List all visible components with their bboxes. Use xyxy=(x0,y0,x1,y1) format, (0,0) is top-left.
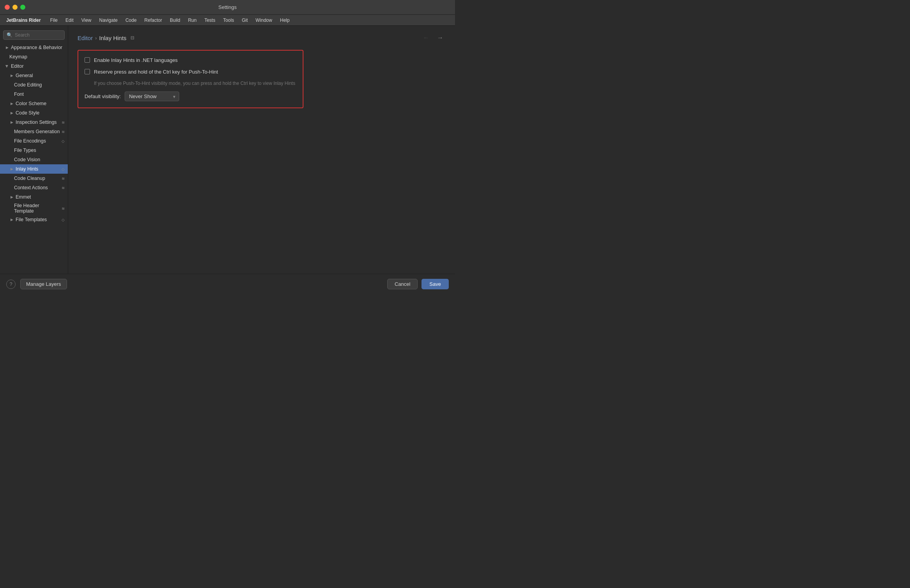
breadcrumb-icon: ⊟ xyxy=(131,35,134,40)
sidebar-item-members-generation[interactable]: Members Generation ≋ xyxy=(0,127,68,136)
chevron-right-icon: ▶ xyxy=(9,217,14,222)
manage-layers-button[interactable]: Manage Layers xyxy=(20,279,67,289)
search-input[interactable] xyxy=(15,32,61,38)
menu-item-help[interactable]: Help xyxy=(277,17,293,24)
breadcrumb-separator: › xyxy=(95,35,97,41)
chevron-right-icon: ▶ xyxy=(9,111,14,115)
enable-inlay-hints-checkbox[interactable] xyxy=(85,57,90,63)
chevron-right-icon: ▶ xyxy=(5,45,9,50)
back-button[interactable]: ← xyxy=(421,33,432,42)
sidebar-item-label: Inspection Settings xyxy=(16,120,60,125)
sidebar-item-label: Code Vision xyxy=(14,157,65,162)
menu-item-window[interactable]: Window xyxy=(252,17,275,24)
menu-item-code[interactable]: Code xyxy=(122,17,140,24)
menu-item-file[interactable]: File xyxy=(47,17,61,24)
main-container: 🔍 ▶ Appearance & Behavior Keymap ▶ Edito… xyxy=(0,26,455,294)
bottom-bar: ? Manage Layers Cancel Save xyxy=(0,274,455,294)
sidebar-item-label: Code Cleanup xyxy=(14,176,60,181)
sidebar-item-file-header-template[interactable]: File Header Template ≋ xyxy=(0,202,68,215)
menu-item-run[interactable]: Run xyxy=(185,17,200,24)
sidebar-item-label: Code Style xyxy=(16,110,65,116)
sidebar: 🔍 ▶ Appearance & Behavior Keymap ▶ Edito… xyxy=(0,26,68,274)
enable-inlay-hints-row: Enable Inlay Hints in .NET languages xyxy=(85,57,296,64)
sidebar-item-label: File Header Template xyxy=(14,203,60,214)
menu-item-view[interactable]: View xyxy=(78,17,95,24)
bottom-bar-actions: Cancel Save xyxy=(387,279,449,289)
sidebar-item-file-templates[interactable]: ▶ File Templates ◇ xyxy=(0,215,68,224)
chevron-down-icon: ▶ xyxy=(5,64,9,69)
search-icon: 🔍 xyxy=(7,32,12,38)
close-button[interactable] xyxy=(5,5,10,10)
sidebar-item-label: Members Generation xyxy=(14,129,60,134)
sidebar-item-context-actions[interactable]: Context Actions ≋ xyxy=(0,183,68,192)
layers-icon: ≋ xyxy=(62,130,65,134)
sidebar-item-font[interactable]: Font xyxy=(0,90,68,99)
sidebar-item-label: File Types xyxy=(14,148,65,153)
titlebar: Settings xyxy=(0,0,455,15)
layers-icon: ≋ xyxy=(62,206,65,211)
search-box[interactable]: 🔍 xyxy=(3,30,65,40)
menu-item-git[interactable]: Git xyxy=(239,17,251,24)
sidebar-item-label: Context Actions xyxy=(14,185,60,190)
sidebar-item-label: Editor xyxy=(11,63,65,69)
chevron-right-icon: ▶ xyxy=(9,195,14,199)
sidebar-item-file-encodings[interactable]: File Encodings ◇ xyxy=(0,136,68,146)
reserve-ctrl-row: Reserve press and hold of the Ctrl key f… xyxy=(85,69,296,76)
sidebar-item-file-types[interactable]: File Types xyxy=(0,146,68,155)
default-visibility-row: Default visibility: Never Show Always Sh… xyxy=(85,92,296,101)
sidebar-item-keymap[interactable]: Keymap xyxy=(0,52,68,62)
menu-item-navigate[interactable]: Navigate xyxy=(96,17,121,24)
menu-item-refactor[interactable]: Refactor xyxy=(141,17,165,24)
diamond-icon: ◇ xyxy=(62,167,65,171)
sidebar-item-emmet[interactable]: ▶ Emmet xyxy=(0,192,68,202)
chevron-right-icon: ▶ xyxy=(9,167,14,171)
menubar: JetBrains Rider File Edit View Navigate … xyxy=(0,15,455,26)
sidebar-item-label: File Encodings xyxy=(14,138,60,144)
chevron-right-icon: ▶ xyxy=(9,120,14,125)
sidebar-item-editor[interactable]: ▶ Editor xyxy=(0,62,68,71)
diamond-icon: ◇ xyxy=(62,139,65,143)
main-content: Editor › Inlay Hints ⊟ ← → Enable Inlay … xyxy=(68,26,455,274)
enable-inlay-hints-label: Enable Inlay Hints in .NET languages xyxy=(94,57,178,64)
minimize-button[interactable] xyxy=(12,5,18,10)
sidebar-item-inlay-hints[interactable]: ▶ Inlay Hints ◇ xyxy=(0,164,68,174)
help-button[interactable]: ? xyxy=(6,280,16,289)
menu-item-edit[interactable]: Edit xyxy=(62,17,77,24)
layers-icon: ≋ xyxy=(62,186,65,190)
reserve-ctrl-label: Reserve press and hold of the Ctrl key f… xyxy=(94,69,218,76)
sidebar-item-label: Code Editing xyxy=(14,82,65,88)
sidebar-item-code-cleanup[interactable]: Code Cleanup ≋ xyxy=(0,174,68,183)
cancel-button[interactable]: Cancel xyxy=(387,279,418,289)
sidebar-item-color-scheme[interactable]: ▶ Color Scheme xyxy=(0,99,68,108)
save-button[interactable]: Save xyxy=(421,279,449,289)
settings-panel: Enable Inlay Hints in .NET languages Res… xyxy=(78,50,303,108)
menu-item-brand[interactable]: JetBrains Rider xyxy=(3,17,44,24)
visibility-select[interactable]: Never Show Always Show Push-To-Hint xyxy=(125,92,179,101)
forward-button[interactable]: → xyxy=(435,33,446,42)
sidebar-item-label: Appearance & Behavior xyxy=(11,45,65,50)
sidebar-item-inspection-settings[interactable]: ▶ Inspection Settings ≋ xyxy=(0,118,68,127)
sidebar-item-appearance[interactable]: ▶ Appearance & Behavior xyxy=(0,43,68,52)
default-visibility-label: Default visibility: xyxy=(85,93,121,99)
sidebar-item-code-style[interactable]: ▶ Code Style xyxy=(0,108,68,118)
sidebar-item-code-editing[interactable]: Code Editing xyxy=(0,80,68,90)
diamond-icon: ◇ xyxy=(62,218,65,222)
breadcrumb-parent[interactable]: Editor xyxy=(78,35,93,41)
sidebar-item-label: File Templates xyxy=(16,217,60,222)
maximize-button[interactable] xyxy=(20,5,25,10)
reserve-ctrl-checkbox[interactable] xyxy=(85,69,90,74)
sidebar-item-label: Emmet xyxy=(16,194,65,200)
menu-item-tools[interactable]: Tools xyxy=(220,17,237,24)
window-title: Settings xyxy=(219,4,237,10)
sidebar-item-general[interactable]: ▶ General xyxy=(0,71,68,80)
content-area: 🔍 ▶ Appearance & Behavior Keymap ▶ Edito… xyxy=(0,26,455,274)
sidebar-item-code-vision[interactable]: Code Vision xyxy=(0,155,68,164)
chevron-right-icon: ▶ xyxy=(9,101,14,106)
menu-item-build[interactable]: Build xyxy=(167,17,183,24)
sidebar-item-label: Color Scheme xyxy=(16,101,65,106)
hint-text: If you choose Push-To-Hint visibility mo… xyxy=(94,80,296,87)
chevron-right-icon: ▶ xyxy=(9,73,14,78)
breadcrumb: Editor › Inlay Hints ⊟ ← → xyxy=(78,33,446,42)
sidebar-item-label: General xyxy=(16,73,65,78)
menu-item-tests[interactable]: Tests xyxy=(201,17,219,24)
